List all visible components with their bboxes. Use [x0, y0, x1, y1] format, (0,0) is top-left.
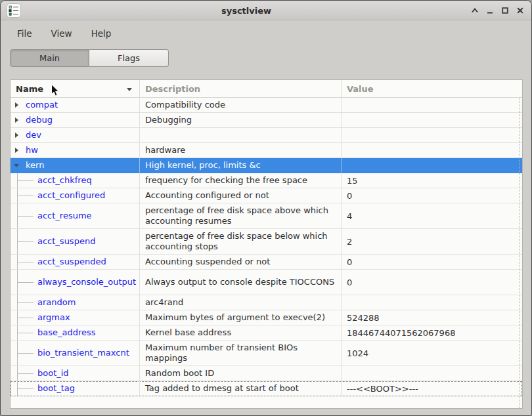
menu-view[interactable]: View: [47, 27, 76, 40]
name-cell: always_console_output: [11, 270, 140, 295]
table-row[interactable]: argmaxMaximum bytes of argument to execv…: [11, 310, 522, 325]
window-title: sysctlview: [221, 5, 271, 15]
table-header: Name Description Value: [11, 80, 522, 98]
name-cell: debug: [11, 113, 140, 127]
value-cell: 0: [342, 255, 522, 269]
menu-file[interactable]: File: [13, 27, 36, 40]
expand-triangle-icon[interactable]: [15, 117, 18, 123]
table-row[interactable]: acct_configuredAccounting configured or …: [11, 188, 522, 203]
table-row[interactable]: kernHigh kernel, proc, limits &c: [11, 158, 522, 173]
sysctl-name-link[interactable]: hw: [26, 145, 41, 155]
table-row[interactable]: acct_resumepercentage of free disk space…: [11, 203, 522, 229]
sysctl-name-link[interactable]: always_console_output: [37, 277, 139, 287]
sysctl-name-link[interactable]: acct_suspended: [37, 257, 109, 266]
name-cell: base_address: [11, 325, 140, 340]
name-cell: boot_tag: [11, 381, 140, 396]
table-row[interactable]: acct_chkfreqfrequency for checking the f…: [11, 173, 522, 188]
expand-triangle-icon[interactable]: [15, 133, 18, 138]
tab-bar: Main Flags: [10, 49, 169, 67]
value-cell: [342, 113, 522, 127]
value-cell: ---<<BOOT>>---: [342, 381, 522, 396]
sysctl-name-link[interactable]: acct_chkfreq: [37, 175, 95, 185]
table-row[interactable]: compatCompatibility code: [11, 98, 522, 113]
maximize-button[interactable]: [499, 4, 511, 17]
sysctl-name-link[interactable]: debug: [26, 115, 55, 125]
description-cell: Always output to console despite TIOCCON…: [140, 270, 342, 295]
table-row[interactable]: boot_idRandom boot ID: [11, 366, 522, 381]
sysctl-name-link[interactable]: acct_resume: [37, 211, 95, 220]
value-cell: [342, 158, 522, 173]
column-header-value[interactable]: Value: [342, 80, 522, 97]
sysctl-name-link[interactable]: base_address: [37, 327, 99, 337]
value-cell: 2: [342, 229, 522, 254]
value-cell: 18446744071562067968: [342, 325, 522, 340]
tree-branch-line: [17, 295, 18, 310]
table-row[interactable]: base_addressKernel base address184467440…: [11, 325, 522, 341]
sysctl-table: Name Description Value compatCompatibili…: [10, 79, 523, 409]
table-row[interactable]: arandomarc4rand: [11, 295, 522, 310]
menubar: File View Help: [13, 27, 115, 40]
chevron-up-icon: [470, 6, 479, 15]
app-icon: [7, 3, 21, 18]
description-cell: Random boot ID: [140, 366, 342, 381]
sysctl-name-link[interactable]: boot_tag: [37, 383, 78, 393]
sysctl-name-link[interactable]: argmax: [37, 312, 73, 322]
sysctl-name-link[interactable]: compat: [26, 100, 60, 110]
name-cell: acct_suspended: [11, 255, 140, 269]
description-cell: Maximum number of transient BIOs mapping…: [140, 341, 342, 365]
table-row[interactable]: debugDebugging: [11, 113, 522, 128]
table-row[interactable]: dev: [11, 128, 522, 143]
description-cell: percentage of free disk space above whic…: [140, 203, 342, 228]
table-row[interactable]: acct_suspendpercentage of free disk spac…: [11, 229, 522, 255]
sysctl-name-link[interactable]: boot_id: [37, 368, 72, 378]
value-cell: 15: [342, 173, 522, 188]
tree-branch-line: [17, 325, 18, 340]
name-cell: kern: [11, 158, 140, 173]
minimize-button[interactable]: [484, 4, 496, 17]
name-cell: compat: [11, 98, 140, 112]
tab-main[interactable]: Main: [10, 49, 89, 67]
name-cell: acct_chkfreq: [11, 173, 140, 188]
column-header-name[interactable]: Name: [11, 80, 140, 97]
expand-triangle-icon[interactable]: [15, 102, 18, 108]
column-header-description[interactable]: Description: [140, 80, 342, 97]
sysctl-name-link[interactable]: acct_configured: [37, 190, 108, 200]
description-cell: Accounting suspended or not: [140, 255, 342, 269]
tree-branch-line: [17, 366, 18, 381]
tree-branch-line: [17, 173, 18, 188]
value-cell: 1024: [342, 341, 522, 365]
tab-flags[interactable]: Flags: [89, 49, 169, 67]
description-cell: frequency for checking the free space: [140, 173, 342, 188]
tree-branch-line: [17, 310, 18, 325]
titlebar[interactable]: sysctlview: [1, 1, 531, 20]
name-cell: dev: [11, 128, 140, 142]
table-row[interactable]: hwhardware: [11, 143, 522, 158]
value-cell: 0: [342, 188, 522, 203]
maximize-icon: [500, 6, 510, 15]
expand-triangle-icon[interactable]: [15, 148, 18, 153]
shade-button[interactable]: [469, 4, 481, 17]
sysctl-name-link[interactable]: acct_suspend: [37, 236, 98, 246]
description-cell: Accounting configured or not: [140, 188, 342, 203]
table-row[interactable]: bio_transient_maxcntMaximum number of tr…: [11, 341, 522, 366]
sysctl-name-link[interactable]: kern: [26, 160, 47, 170]
table-row[interactable]: acct_suspendedAccounting suspended or no…: [11, 255, 522, 270]
tree-branch-line: [17, 188, 18, 203]
name-cell: boot_id: [11, 366, 140, 381]
collapse-triangle-icon[interactable]: [14, 164, 19, 167]
name-cell: argmax: [11, 310, 140, 325]
sysctl-name-link[interactable]: arandom: [37, 297, 78, 307]
value-cell: [342, 128, 522, 142]
close-button[interactable]: [514, 4, 526, 17]
description-cell: Compatibility code: [140, 98, 342, 112]
description-cell: percentage of free disk space below whic…: [140, 229, 342, 254]
table-row[interactable]: boot_tagTag added to dmesg at start of b…: [11, 381, 522, 396]
value-cell: 4: [342, 203, 522, 228]
close-icon: [516, 6, 525, 15]
description-cell: Maximum bytes of argument to execve(2): [140, 310, 342, 325]
table-row[interactable]: always_console_outputAlways output to co…: [11, 270, 522, 295]
sysctl-name-link[interactable]: bio_transient_maxcnt: [37, 348, 132, 358]
sysctl-name-link[interactable]: dev: [26, 130, 44, 140]
menu-help[interactable]: Help: [87, 27, 116, 40]
tree-branch-line: [17, 229, 18, 254]
